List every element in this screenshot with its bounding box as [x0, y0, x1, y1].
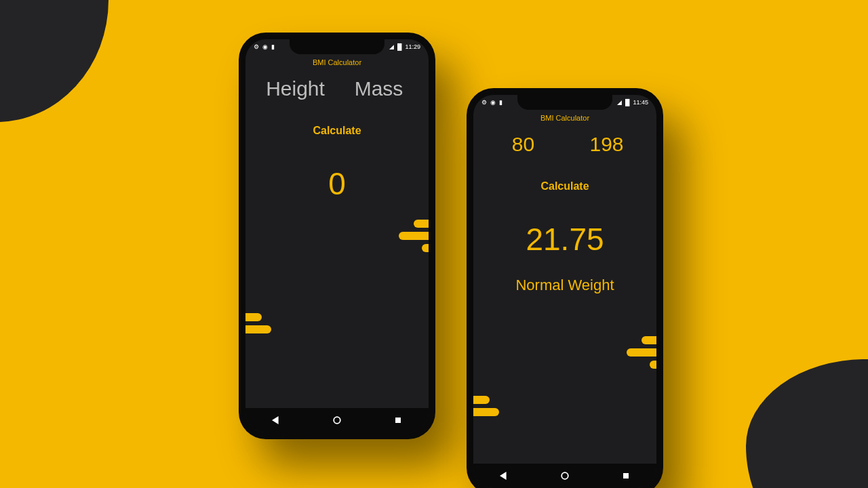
nav-back-button[interactable] [271, 415, 281, 425]
settings-icon: ⚙ [481, 100, 487, 106]
nav-back-button[interactable] [499, 471, 509, 481]
svg-rect-2 [395, 418, 401, 423]
app-title: BMI Calculator [245, 54, 429, 69]
bmi-result: 0 [245, 165, 429, 202]
phone-mockup-empty: ⚙ ◉ ▮ ◢ █ 11:29 BMI Calculator Height Ma… [239, 33, 435, 439]
calculate-button[interactable]: Calculate [245, 125, 429, 137]
bmi-category: Normal Weight [473, 277, 656, 294]
svg-point-4 [561, 472, 568, 479]
signal-icon: ◢ [617, 100, 622, 106]
nav-recent-button[interactable] [621, 471, 631, 481]
calculate-button[interactable]: Calculate [473, 180, 656, 192]
phone-mockup-filled: ⚙ ◉ ▮ ◢ █ 11:45 BMI Calculator 80 198 Ca… [467, 88, 663, 488]
sim-icon: ▮ [499, 100, 502, 106]
height-field[interactable]: Height [257, 77, 334, 100]
circle-icon: ◉ [490, 100, 496, 106]
decorative-blob-top-left [0, 0, 108, 122]
phone-screen: ⚙ ◉ ▮ ◢ █ 11:45 BMI Calculator 80 198 Ca… [473, 95, 656, 488]
mass-field[interactable]: 198 [568, 133, 645, 156]
bmi-result: 21.75 [473, 221, 656, 258]
android-nav-bar [473, 464, 656, 488]
svg-rect-5 [623, 473, 629, 479]
status-time: 11:29 [405, 43, 420, 50]
settings-icon: ⚙ [254, 44, 259, 50]
height-field[interactable]: 80 [485, 133, 561, 156]
sim-icon: ▮ [271, 44, 275, 50]
input-row: Height Mass [245, 77, 429, 100]
nav-home-button[interactable] [560, 471, 570, 481]
decorative-bars-left [245, 309, 271, 338]
svg-marker-0 [272, 416, 279, 424]
decorative-bars-right [627, 332, 656, 373]
battery-icon: █ [625, 100, 629, 106]
svg-point-1 [334, 417, 340, 424]
circle-icon: ◉ [262, 44, 268, 50]
mass-field[interactable]: Mass [340, 77, 417, 100]
phone-screen: ⚙ ◉ ▮ ◢ █ 11:29 BMI Calculator Height Ma… [245, 39, 429, 432]
phone-notch [290, 39, 384, 54]
android-nav-bar [245, 408, 429, 432]
status-time: 11:45 [633, 99, 648, 106]
nav-recent-button[interactable] [393, 415, 403, 425]
signal-icon: ◢ [389, 44, 394, 50]
battery-icon: █ [397, 44, 401, 50]
app-title: BMI Calculator [473, 110, 656, 125]
phone-notch [517, 95, 612, 110]
nav-home-button[interactable] [332, 415, 342, 425]
input-row: 80 198 [473, 133, 656, 156]
svg-marker-3 [500, 472, 507, 480]
decorative-bars-right [399, 216, 429, 256]
decorative-blob-bottom-right [746, 359, 868, 488]
decorative-bars-left [473, 392, 499, 420]
